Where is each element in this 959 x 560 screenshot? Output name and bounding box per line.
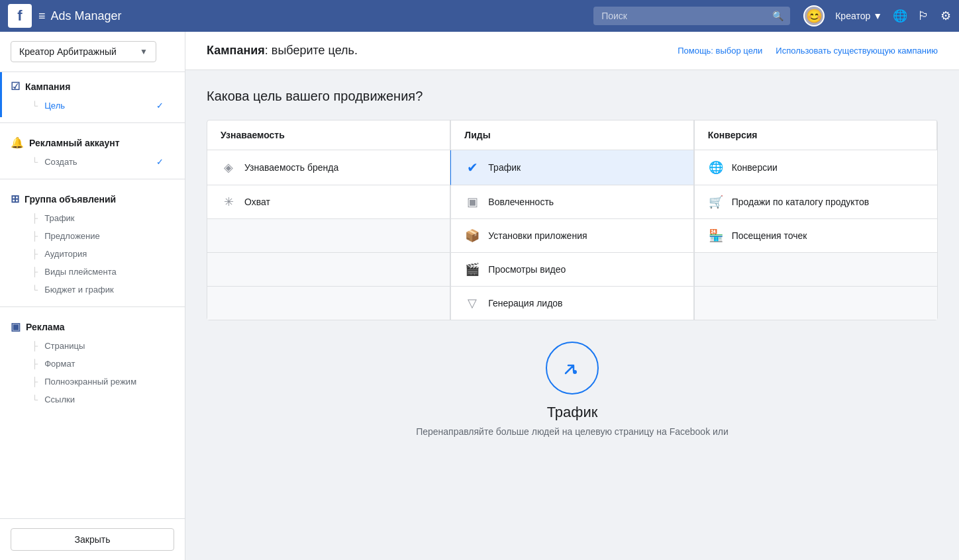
sidebar-section-campaign: ☑ Кампания └ Цель ✓ (0, 72, 185, 117)
col-header-leads: Лиды (450, 120, 693, 150)
sidebar-section-ad: ▣ Реклама ├ Страницы ├ Формат ├ Полноэкр… (0, 312, 185, 411)
obj-app-installs[interactable]: 📦 Установки приложения (450, 219, 693, 253)
app-installs-label: Установки приложения (488, 230, 587, 241)
col-header-awareness: Узнаваемость (207, 120, 450, 150)
campaign-title: Кампания: выберите цель. (207, 44, 358, 58)
flag-icon[interactable]: 🏳 (918, 9, 930, 23)
obj-store-visits[interactable]: 🏪 Посещения точек (694, 219, 937, 253)
settings-icon[interactable]: ⚙ (940, 9, 951, 23)
account-chevron-icon: ▼ (140, 47, 148, 56)
catalog-sales-icon: 🛒 (708, 195, 724, 209)
active-indicator (0, 72, 2, 117)
obj-empty-2 (207, 253, 450, 287)
video-views-icon: 🎬 (464, 262, 480, 277)
reach-label: Охват (244, 197, 270, 207)
obj-reach[interactable]: ✳ Охват (207, 185, 450, 219)
brand-awareness-icon: ◈ (221, 160, 236, 175)
traffic-arrow-svg (559, 355, 585, 381)
search-input[interactable] (593, 7, 766, 25)
sidebar-item-fullscreen[interactable]: ├ Полноэкранный режим (11, 373, 174, 391)
ad-group-icon: ⊞ (11, 193, 19, 205)
sidebar-item-budget[interactable]: └ Бюджет и график (11, 281, 174, 299)
svg-point-0 (573, 370, 577, 374)
divider-1 (0, 122, 185, 123)
top-nav: f ≡ Ads Manager 🔍 😊 Креатор ▼ 🌐 🏳 ⚙ (0, 0, 959, 32)
search-area: 🔍 (593, 7, 790, 25)
hamburger-icon[interactable]: ≡ (38, 9, 46, 23)
account-name: Креатор Арбитражный (19, 46, 117, 57)
objective-table: Узнаваемость Лиды Конверсия ◈ Узнаваемос… (207, 120, 938, 320)
sidebar-item-links[interactable]: └ Ссылки (11, 391, 174, 408)
campaign-links: Помощь: выбор цели Использовать существу… (678, 46, 938, 56)
sidebar-item-create[interactable]: └ Создать ✓ (11, 153, 174, 171)
ad-account-icon: 🔔 (11, 136, 24, 149)
sidebar-item-placements[interactable]: ├ Виды плейсмента (11, 263, 174, 281)
fb-logo: f (8, 4, 32, 28)
help-link[interactable]: Помощь: выбор цели (678, 46, 762, 56)
obj-lead-gen[interactable]: ▽ Генерация лидов (450, 287, 693, 320)
close-button[interactable]: Закрыть (11, 528, 174, 551)
obj-engagement[interactable]: ▣ Вовлеченность (450, 185, 693, 219)
traffic-name: Трафик (547, 404, 598, 421)
sidebar-item-offer[interactable]: ├ Предложение (11, 227, 174, 245)
app-title: Ads Manager (51, 9, 122, 23)
ad-header: ▣ Реклама (11, 320, 174, 333)
obj-conversions[interactable]: 🌐 Конверсии (694, 150, 937, 185)
sidebar-item-goal[interactable]: └ Цель ✓ (11, 97, 174, 115)
traffic-description: Трафик Перенаправляйте больше людей на ц… (207, 342, 938, 453)
lead-gen-icon: ▽ (464, 296, 480, 310)
use-existing-link[interactable]: Использовать существующую кампанию (776, 46, 938, 56)
obj-empty-3 (694, 253, 937, 287)
tree-line: └ (32, 101, 38, 111)
obj-video-views[interactable]: 🎬 Просмотры видео (450, 253, 693, 287)
main-layout: Креатор Арбитражный ▼ ☑ Кампания └ Цель … (0, 32, 959, 560)
user-menu[interactable]: Креатор ▼ (835, 11, 882, 21)
nav-right: 😊 Креатор ▼ 🌐 🏳 ⚙ (803, 5, 951, 26)
engagement-label: Вовлеченность (488, 197, 554, 207)
global-icon[interactable]: 🌐 (893, 9, 907, 23)
ad-group-header: ⊞ Группа объявлений (11, 193, 174, 205)
video-views-label: Просмотры видео (488, 264, 566, 275)
sidebar-item-format[interactable]: ├ Формат (11, 355, 174, 373)
sidebar-close-area: Закрыть (0, 518, 185, 560)
obj-traffic[interactable]: ✔ Трафик (450, 150, 693, 185)
store-visits-label: Посещения точек (732, 230, 807, 241)
objective-question: Какова цель вашего продвижения? (207, 89, 938, 104)
divider-3 (0, 306, 185, 307)
sidebar: Креатор Арбитражный ▼ ☑ Кампания └ Цель … (0, 32, 185, 560)
reach-icon: ✳ (221, 195, 236, 209)
campaign-icon: ☑ (11, 80, 20, 93)
campaign-section-header: ☑ Кампания (11, 80, 174, 93)
obj-brand-awareness[interactable]: ◈ Узнаваемость бренда (207, 150, 450, 185)
sidebar-item-traffic[interactable]: ├ Трафик (11, 209, 174, 227)
obj-catalog-sales[interactable]: 🛒 Продажи по каталогу продуктов (694, 185, 937, 219)
divider-2 (0, 179, 185, 179)
lead-gen-label: Генерация лидов (488, 298, 562, 308)
traffic-icon: ✔ (464, 160, 480, 175)
ad-label: Реклама (26, 322, 65, 332)
sidebar-section-ad-account: 🔔 Рекламный аккаунт └ Создать ✓ (0, 128, 185, 173)
obj-empty-1 (207, 219, 450, 253)
sidebar-item-pages[interactable]: ├ Страницы (11, 337, 174, 355)
goal-label: Цель (44, 101, 65, 111)
col-header-conversion: Конверсия (694, 120, 937, 150)
conversions-label: Конверсии (732, 162, 778, 173)
avatar: 😊 (803, 5, 825, 26)
main-content: Кампания: выберите цель. Помощь: выбор ц… (185, 32, 959, 560)
account-dropdown[interactable]: Креатор Арбитражный ▼ (11, 41, 156, 62)
ad-account-label: Рекламный аккаунт (29, 138, 120, 148)
ad-group-label: Группа объявлений (25, 194, 116, 205)
app-installs-icon: 📦 (464, 228, 480, 243)
check-icon: ✓ (156, 101, 164, 111)
traffic-label: Трафик (488, 162, 521, 173)
sidebar-section-ad-group: ⊞ Группа объявлений ├ Трафик ├ Предложен… (0, 185, 185, 301)
store-visits-icon: 🏪 (708, 228, 724, 243)
sidebar-item-audience[interactable]: ├ Аудитория (11, 245, 174, 263)
ad-icon: ▣ (11, 320, 21, 333)
campaign-header: Кампания: выберите цель. Помощь: выбор ц… (185, 32, 959, 70)
search-button[interactable]: 🔍 (766, 7, 790, 25)
create-label: Создать (44, 157, 77, 167)
brand-awareness-label: Узнаваемость бренда (244, 162, 338, 173)
tree-line-2: └ (32, 157, 38, 167)
traffic-subtitle: Перенаправляйте больше людей на целевую … (416, 426, 729, 437)
